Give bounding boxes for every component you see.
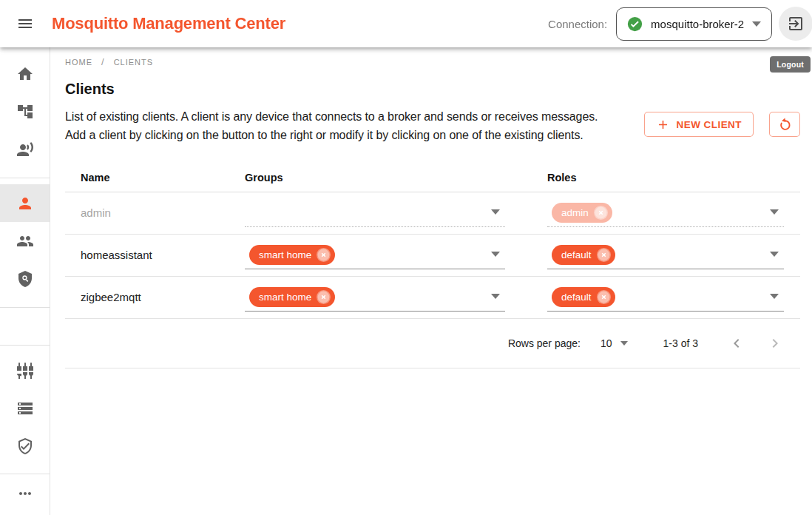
- table-row[interactable]: zigbee2mqttsmart homedefault: [65, 277, 800, 319]
- person-icon: [16, 195, 34, 212]
- table-row[interactable]: homeassistantsmart homedefault: [65, 235, 800, 277]
- client-name: homeassistant: [81, 249, 152, 261]
- breadcrumb: HOME / CLIENTS: [65, 56, 800, 67]
- logout-button[interactable]: [779, 7, 812, 41]
- check-circle-icon: [627, 16, 643, 32]
- sidebar-item-clients[interactable]: [0, 184, 50, 222]
- cancel-icon: [597, 290, 611, 304]
- client-name: admin: [81, 206, 111, 219]
- chevron-down-icon[interactable]: [770, 252, 779, 257]
- sidebar-item-connections[interactable]: [0, 130, 50, 168]
- chip-label: default: [561, 249, 592, 260]
- refresh-button[interactable]: [769, 112, 800, 137]
- client-name: zigbee2mqtt: [81, 291, 141, 303]
- groups-select[interactable]: smart home: [245, 241, 505, 269]
- shield-check-icon: [16, 437, 34, 455]
- groups-select[interactable]: [245, 199, 505, 227]
- chevron-down-icon[interactable]: [770, 209, 779, 215]
- sidebar-item-plugins[interactable]: [0, 351, 50, 389]
- connection-label: Connection:: [548, 18, 607, 30]
- record-voice-icon: [16, 141, 34, 158]
- sidebar-item-security[interactable]: [0, 427, 50, 465]
- sidebar-item-roles[interactable]: [0, 260, 50, 297]
- column-header-name: Name: [65, 172, 244, 184]
- cancel-icon: [317, 290, 331, 304]
- column-header-groups: Groups: [244, 172, 547, 184]
- logout-icon: [787, 15, 805, 33]
- previous-page-button[interactable]: [728, 334, 745, 352]
- sidebar-item-topology[interactable]: [0, 92, 50, 130]
- column-header-roles: Roles: [547, 172, 800, 184]
- new-client-label: NEW CLIENT: [677, 119, 742, 130]
- roles-chip: default: [552, 245, 615, 265]
- refresh-icon: [777, 116, 794, 133]
- chip-delete-icon[interactable]: [317, 290, 331, 304]
- chip-label: admin: [561, 207, 589, 218]
- table-row[interactable]: adminadmin: [65, 192, 800, 235]
- storage-icon: [16, 400, 34, 417]
- groups-chip: smart home: [249, 287, 335, 307]
- chip-delete-icon[interactable]: [597, 248, 611, 262]
- page-actions: NEW CLIENT: [644, 112, 801, 144]
- chevron-down-icon: [620, 341, 628, 346]
- sidebar-divider: [0, 178, 50, 178]
- sidebar-item-streams[interactable]: [0, 389, 50, 427]
- table-body: adminadminhomeassistantsmart homedefault…: [65, 192, 800, 319]
- pagination: Rows per page: 10 1-3 of 3: [65, 319, 800, 368]
- plugins-icon: [16, 362, 34, 380]
- chip-label: smart home: [259, 249, 311, 260]
- chevron-down-icon[interactable]: [491, 294, 500, 299]
- cancel-icon: [317, 248, 331, 262]
- chip-label: smart home: [259, 292, 311, 303]
- connection-value: mosquitto-broker-2: [651, 18, 744, 30]
- page-description: List of existing clients. A client is an…: [65, 107, 618, 144]
- chip-delete-icon[interactable]: [594, 206, 608, 220]
- chip-delete-icon[interactable]: [597, 290, 611, 304]
- chip-label: default: [561, 292, 592, 303]
- cancel-icon: [594, 206, 608, 220]
- sidebar-item-home[interactable]: [0, 55, 50, 92]
- menu-button[interactable]: [13, 12, 37, 36]
- app-bar: Mosquitto Management Center Connection: …: [0, 0, 812, 47]
- rows-per-page-value: 10: [600, 337, 612, 349]
- chip-delete-icon[interactable]: [317, 248, 331, 262]
- chevron-down-icon[interactable]: [491, 252, 500, 257]
- sidebar-item-more[interactable]: [0, 474, 50, 512]
- pagination-range: 1-3 of 3: [663, 337, 698, 349]
- sidebar-spacer: [0, 308, 50, 345]
- people-icon: [16, 232, 34, 250]
- menu-icon: [16, 15, 34, 33]
- groups-chip: smart home: [249, 245, 335, 265]
- plus-icon: [656, 118, 670, 132]
- chevron-down-icon[interactable]: [770, 294, 779, 299]
- roles-chip: default: [552, 287, 615, 307]
- breadcrumb-clients: CLIENTS: [114, 58, 153, 67]
- logout-tooltip: Logout: [770, 56, 811, 73]
- connection-select[interactable]: mosquitto-broker-2: [616, 7, 772, 41]
- cancel-icon: [597, 248, 611, 262]
- breadcrumb-separator: /: [101, 56, 105, 67]
- shield-search-icon: [16, 270, 34, 288]
- chevron-down-icon: [752, 21, 761, 27]
- groups-select[interactable]: smart home: [245, 283, 505, 312]
- chevron-down-icon[interactable]: [491, 209, 500, 215]
- topology-icon: [16, 103, 34, 121]
- roles-chip: admin: [552, 203, 612, 223]
- more-horiz-icon: [16, 485, 34, 502]
- breadcrumb-home[interactable]: HOME: [65, 58, 92, 67]
- new-client-button[interactable]: NEW CLIENT: [644, 112, 754, 137]
- roles-select[interactable]: admin: [547, 199, 784, 227]
- next-page-button[interactable]: [766, 334, 784, 352]
- table-header: Name Groups Roles: [65, 164, 800, 192]
- main-content: HOME / CLIENTS Clients List of existing …: [50, 0, 812, 368]
- sidebar-item-groups[interactable]: [0, 222, 50, 260]
- rows-per-page-select[interactable]: 10: [600, 337, 628, 349]
- chevron-left-icon: [728, 334, 745, 352]
- roles-select[interactable]: default: [547, 241, 784, 269]
- page-title: Clients: [65, 81, 800, 98]
- roles-select[interactable]: default: [547, 283, 784, 312]
- app-title: Mosquitto Management Center: [52, 14, 285, 33]
- home-icon: [16, 65, 34, 83]
- sidebar: [0, 47, 50, 515]
- connection-area: Connection: mosquitto-broker-2: [548, 7, 812, 41]
